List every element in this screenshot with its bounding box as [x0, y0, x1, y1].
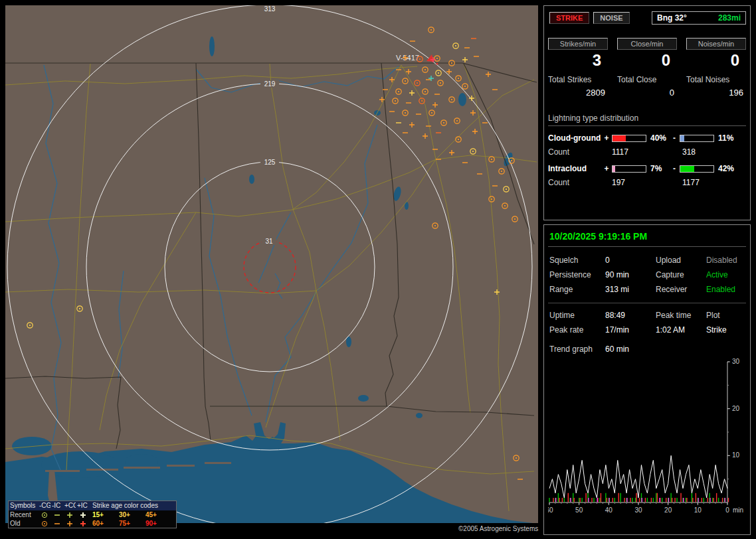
status-grid: Squelch 0 Upload Disabled Persistence 90… [548, 256, 746, 294]
total-strikes-label: Total Strikes [548, 75, 608, 84]
svg-text:20: 20 [732, 405, 740, 412]
age-code: 75+ [119, 520, 145, 527]
strike-cg-dot [504, 205, 506, 206]
pos-ic-old-icon [76, 520, 90, 528]
strike-cg-dot [456, 120, 458, 121]
age-codes-recent: 15+ 30+ 45+ [90, 511, 176, 518]
lightning-map[interactable]: 313 219 125 31 V-5417 [5, 5, 538, 523]
bearing-distance: 283mi [718, 13, 741, 23]
statistics-panel: STRIKE NOISE Bng 32° 283mi Strikes/min C… [543, 5, 751, 220]
cloud-ground-count-row: Count 1117 318 [548, 147, 746, 157]
ring-label-31: 31 [265, 238, 273, 245]
total-noises: Total Noises 196 [686, 75, 746, 98]
strikes-per-min-value: 3 [548, 51, 608, 70]
svg-text:40: 40 [605, 506, 613, 514]
svg-text:10: 10 [694, 506, 702, 514]
neg-cg-recent-icon [38, 511, 50, 519]
age-code: 90+ [145, 520, 172, 527]
svg-text:30: 30 [732, 358, 740, 365]
strike-cg-dot [417, 82, 418, 84]
bearing-value: Bng 32° [657, 13, 687, 23]
intracloud-count-row: Count 197 1177 [548, 178, 746, 187]
strike-cg-dot [511, 160, 512, 161]
cg-positive-gauge [612, 135, 646, 142]
age-code: 45+ [145, 511, 172, 518]
bearing-readout: Bng 32° 283mi [652, 11, 746, 25]
strike-rate-trace [549, 455, 727, 498]
trend-header: Trend graph 60 min [548, 345, 746, 354]
legend-recent-label: Recent [9, 510, 38, 519]
strike-cg-dot [430, 29, 432, 31]
ring-label-219: 219 [264, 80, 276, 88]
legend-age-header: Strike age color codes [90, 501, 176, 510]
plus-sign: + [603, 133, 611, 143]
distribution-title: Lightning type distribution [548, 114, 746, 126]
capture-status: Active [706, 270, 745, 279]
neg-cg-old-icon [38, 520, 50, 528]
strikes-per-min-label: Strikes/min [548, 38, 608, 50]
legend-col-pos-ic: +IC [76, 501, 90, 510]
intracloud-label: Intracloud [548, 164, 603, 173]
age-code: 15+ [92, 511, 119, 518]
map-legend: Symbols -CG -IC +CG +IC Strike age color… [8, 501, 177, 528]
svg-text:20: 20 [664, 506, 672, 514]
receiver-label: Receiver [656, 285, 706, 294]
total-close-value: 0 [617, 88, 677, 98]
strike-cg-dot [440, 82, 441, 84]
strike-cg-dot [438, 72, 439, 74]
pos-cg-recent-icon [63, 511, 76, 519]
ic-positive-count: 197 [612, 178, 682, 187]
age-codes-old: 60+ 75+ 90+ [90, 520, 176, 527]
peak-rate-label: Peak rate [549, 325, 605, 335]
ring-label-313: 313 [264, 5, 276, 13]
ic-positive-gauge [612, 165, 646, 173]
receiver-status: Enabled [706, 285, 745, 294]
svg-text:60: 60 [548, 506, 553, 514]
persistence-label: Persistence [549, 270, 605, 279]
strike-cg-dot [472, 151, 474, 152]
strike-button[interactable]: STRIKE [549, 12, 589, 24]
strike-cg-dot [514, 218, 516, 220]
cg-negative-count: 318 [682, 147, 696, 157]
divider [548, 303, 746, 303]
plus-sign: + [603, 164, 611, 173]
uptime-label: Uptime [549, 311, 605, 320]
strike-cg-dot [455, 45, 456, 46]
count-label: Count [548, 178, 612, 187]
strike-cg-dot [434, 225, 436, 226]
total-strikes-value: 2809 [548, 88, 608, 98]
range-label: Range [549, 285, 605, 294]
plot-value: Strike [706, 325, 745, 335]
datetime-display: 10/20/2025 9:19:16 PM [548, 229, 746, 247]
strike-cg-dot [405, 112, 406, 114]
strike-cg-dot [398, 91, 399, 92]
side-panel: STRIKE NOISE Bng 32° 283mi Strikes/min C… [543, 5, 751, 535]
status-panel: 10/20/2025 9:19:16 PM Squelch 0 Upload D… [543, 224, 751, 535]
strike-cg-dot [501, 171, 502, 172]
map-svg: 313 219 125 31 V-5417 [5, 5, 538, 523]
strike-cg-dot [464, 86, 466, 87]
strike-cg-dot [458, 139, 459, 140]
strike-cg-dot [431, 112, 432, 114]
total-close-label: Total Close [617, 75, 677, 84]
trend-graph: 6050403020100302010min [548, 358, 746, 525]
ring-label-125: 125 [264, 159, 276, 166]
pos-cg-old-icon [63, 520, 76, 528]
squelch-label: Squelch [549, 256, 605, 265]
noise-button[interactable]: NOISE [593, 12, 629, 24]
legend-symbols-header: Symbols [9, 501, 38, 510]
ic-negative-count: 1177 [682, 178, 700, 187]
cloud-ground-label: Cloud-ground [548, 133, 603, 143]
cg-negative-pct: 11% [715, 133, 738, 143]
range-value: 313 mi [605, 285, 656, 294]
svg-text:50: 50 [575, 506, 583, 514]
legend-old-label: Old [9, 519, 38, 528]
strike-cg-dot [425, 69, 426, 70]
strike-cg-dot [451, 99, 452, 100]
capture-label: Capture [656, 270, 706, 279]
peak-time-value: 1:02 AM [656, 325, 706, 335]
strike-cg-dot [443, 122, 444, 123]
strike-cg-dot [421, 100, 423, 102]
peak-rate-value: 17/min [605, 325, 656, 335]
cg-positive-pct: 40% [648, 133, 670, 143]
